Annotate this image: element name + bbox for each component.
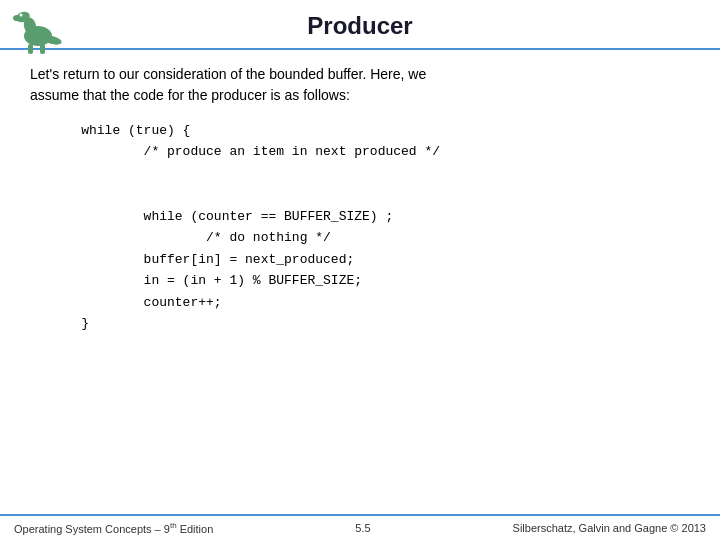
slide-title: Producer	[20, 12, 700, 40]
footer-page: 5.5	[355, 522, 370, 534]
footer: Operating System Concepts – 9th Edition …	[0, 514, 720, 540]
intro-line2: assume that the code for the producer is…	[30, 87, 350, 103]
code-line-1: while (true) {	[50, 120, 690, 141]
slide: Producer Let's return to our considerati…	[0, 0, 720, 540]
intro-line1: Let's return to our consideration of the…	[30, 66, 426, 82]
code-line-5: while (counter == BUFFER_SIZE) ;	[50, 206, 690, 227]
header: Producer	[0, 0, 720, 50]
code-line-4	[50, 184, 690, 205]
svg-point-7	[20, 14, 23, 17]
code-block: while (true) { /* produce an item in nex…	[50, 120, 690, 334]
code-line-9: counter++;	[50, 292, 690, 313]
code-line-3	[50, 163, 690, 184]
svg-rect-6	[40, 44, 45, 54]
svg-rect-5	[28, 44, 33, 54]
code-line-8: in = (in + 1) % BUFFER_SIZE;	[50, 270, 690, 291]
footer-copyright: Silberschatz, Galvin and Gagne © 2013	[513, 522, 706, 534]
code-line-2: /* produce an item in next produced */	[50, 141, 690, 162]
dino-icon	[10, 4, 65, 59]
code-line-10: }	[50, 313, 690, 334]
code-line-7: buffer[in] = next_produced;	[50, 249, 690, 270]
intro-paragraph: Let's return to our consideration of the…	[30, 64, 690, 106]
main-content: Let's return to our consideration of the…	[0, 50, 720, 514]
footer-edition: Operating System Concepts – 9th Edition	[14, 521, 213, 535]
code-line-6: /* do nothing */	[50, 227, 690, 248]
